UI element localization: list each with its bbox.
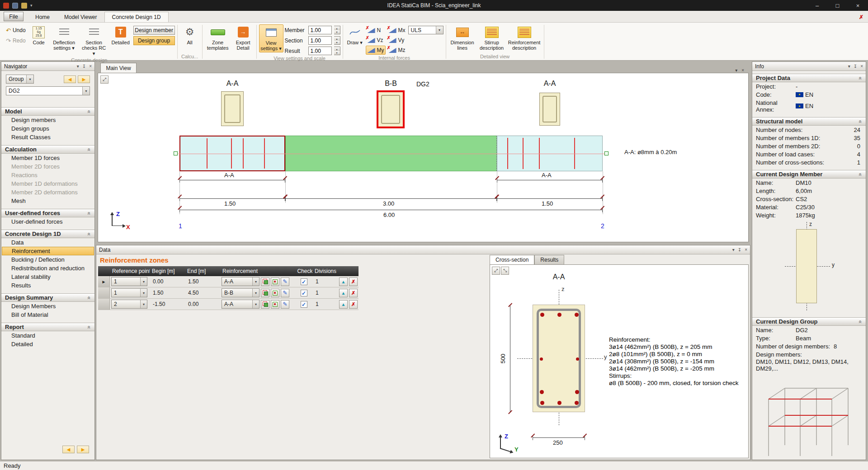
redo-button[interactable]: ↷ Redo bbox=[4, 36, 28, 45]
design-group-select[interactable]: DG2 ▾ bbox=[6, 86, 90, 95]
deflection-settings-button[interactable]: Deflection settings ▾ bbox=[50, 24, 79, 52]
code-button[interactable]: 1.15 Sg 25.8 Code bbox=[29, 24, 48, 46]
nav-item-mesh[interactable]: Mesh bbox=[1, 197, 94, 205]
export-detail-button[interactable]: → Export Detail bbox=[232, 24, 254, 52]
panel-close-icon[interactable]: × bbox=[745, 247, 747, 252]
draw-button[interactable]: Draw ▾ bbox=[345, 24, 364, 46]
qat-customize-caret-icon[interactable]: ▾ bbox=[30, 3, 33, 8]
reinforcement-description-button[interactable]: Reinforcement description bbox=[507, 24, 542, 52]
tab-cross-section[interactable]: Cross-section bbox=[490, 255, 534, 264]
result-scale-input[interactable] bbox=[308, 47, 332, 55]
edit-reinforcement-button[interactable]: ✎ bbox=[281, 277, 289, 286]
edit-reinforcement-button[interactable]: ✎ bbox=[281, 300, 289, 309]
minimize-button[interactable]: – bbox=[807, 0, 827, 11]
panel-pin-icon[interactable]: ↧ bbox=[854, 64, 857, 69]
calculate-all-button[interactable]: ⚙ All bbox=[180, 24, 200, 46]
panel-menu-icon[interactable]: ▾ bbox=[735, 68, 737, 73]
tab-model-viewer[interactable]: Model Viewer bbox=[57, 12, 104, 22]
combo-caret-icon[interactable]: ▾ bbox=[252, 277, 259, 286]
begin-value[interactable]: 1.50 bbox=[150, 290, 185, 296]
force-toggle-vy[interactable]: ✗ Vy bbox=[387, 36, 407, 45]
nav-item-data[interactable]: Data bbox=[1, 238, 94, 247]
combo-caret-icon[interactable]: ▾ bbox=[82, 87, 90, 95]
begin-value[interactable]: 0.00 bbox=[150, 278, 185, 285]
copy-reinforcement-button[interactable] bbox=[261, 289, 269, 297]
divisions-value[interactable]: 1 bbox=[312, 278, 338, 285]
zoom-extents-icon[interactable]: ⤢ bbox=[492, 267, 500, 275]
force-toggle-mx[interactable]: ✗ Mx bbox=[387, 26, 407, 35]
divisions-value[interactable]: 1 bbox=[312, 301, 338, 307]
combination-select[interactable]: ULS ▾ bbox=[408, 26, 443, 34]
tab-home[interactable]: Home bbox=[28, 12, 57, 22]
copy-reinforcement-button[interactable] bbox=[261, 277, 269, 286]
previous-member-button[interactable]: ◀ bbox=[62, 446, 75, 453]
detailed-check-button[interactable]: T Detailed bbox=[109, 24, 132, 46]
zone-templates-button[interactable]: Zone templates bbox=[205, 24, 231, 52]
nav-section-calculation[interactable]: Calculation« bbox=[1, 145, 94, 154]
combo-caret-icon[interactable]: ▾ bbox=[252, 300, 259, 308]
delete-zone-button[interactable]: ✗ bbox=[349, 300, 358, 309]
new-reinforcement-button[interactable] bbox=[271, 300, 279, 309]
combo-caret-icon[interactable]: ▾ bbox=[252, 289, 259, 297]
insert-zone-button[interactable]: ▲ bbox=[339, 277, 348, 286]
combo-caret-icon[interactable]: ▾ bbox=[26, 75, 33, 83]
nav-item-design-members-summary[interactable]: Design Members bbox=[1, 302, 94, 310]
stirrup-description-button[interactable]: Stirrup description bbox=[478, 24, 506, 52]
reinforcement-select[interactable]: B-B▾ bbox=[222, 288, 259, 297]
design-member-button[interactable]: Design member bbox=[133, 26, 175, 35]
dimension-lines-button[interactable]: ↔ Dimension lines bbox=[448, 24, 476, 52]
reinforcement-select[interactable]: A-A▾ bbox=[222, 277, 259, 286]
result-scale-stepper[interactable]: ▴▾ bbox=[334, 47, 340, 55]
nav-item-results[interactable]: Results bbox=[1, 281, 94, 290]
section-scale-stepper[interactable]: ▴▾ bbox=[334, 36, 340, 45]
maximize-button[interactable]: □ bbox=[827, 0, 848, 11]
row-selector[interactable] bbox=[98, 287, 110, 298]
row-selector[interactable] bbox=[98, 299, 110, 310]
panel-menu-icon[interactable]: ▾ bbox=[848, 64, 850, 69]
info-section-current-design-group[interactable]: Current Design Group« bbox=[752, 317, 866, 326]
combo-caret-icon[interactable]: ▾ bbox=[140, 300, 147, 308]
info-section-project-data[interactable]: Project Data« bbox=[752, 74, 866, 82]
end-value[interactable]: 0.00 bbox=[185, 301, 220, 307]
section-checks-rc-button[interactable]: Section checks RC ▾ bbox=[80, 24, 108, 57]
nav-item-user-defined-forces[interactable]: User-defined forces bbox=[1, 217, 94, 226]
save-icon[interactable] bbox=[12, 3, 18, 9]
nav-section-design-summary[interactable]: Design Summary« bbox=[1, 293, 94, 302]
new-reinforcement-button[interactable] bbox=[271, 289, 279, 297]
new-reinforcement-button[interactable] bbox=[271, 277, 279, 286]
zoom-extents-icon[interactable]: ⤢ bbox=[100, 75, 108, 84]
check-checkbox[interactable]: ✓ bbox=[301, 278, 307, 285]
previous-group-button[interactable]: ◀ bbox=[64, 75, 76, 83]
panel-close-icon[interactable]: × bbox=[89, 64, 92, 69]
combo-caret-icon[interactable]: ▾ bbox=[436, 26, 443, 34]
tab-concrete-design-1d[interactable]: Concrete Design 1D bbox=[104, 12, 169, 22]
close-document-icon[interactable]: ✗ bbox=[859, 14, 863, 20]
combo-caret-icon[interactable]: ▾ bbox=[140, 277, 147, 286]
section-preview-bb-selected[interactable] bbox=[377, 90, 405, 128]
member-scale-stepper[interactable]: ▴▾ bbox=[334, 26, 340, 34]
nav-item-bill-of-material[interactable]: Bill of Material bbox=[1, 310, 94, 319]
force-toggle-vz[interactable]: ✗ Vz bbox=[366, 36, 386, 45]
end-value[interactable]: 1.50 bbox=[185, 278, 220, 285]
nav-item-reinforcement[interactable]: Reinforcement bbox=[2, 247, 94, 255]
open-icon[interactable] bbox=[21, 3, 27, 9]
nav-item-lateral-stability[interactable]: Lateral stability bbox=[1, 273, 94, 281]
panel-menu-icon[interactable]: ▾ bbox=[732, 247, 735, 252]
table-row[interactable]: ► 1▾ 0.00 1.50 A-A▾ ✎ ✓ 1 ▲ bbox=[98, 276, 359, 287]
design-group-button[interactable]: Design group bbox=[133, 36, 175, 45]
end-value[interactable]: 4.50 bbox=[185, 290, 220, 296]
info-section-current-design-member[interactable]: Current Design Member« bbox=[752, 170, 866, 179]
nav-section-model[interactable]: Model« bbox=[1, 107, 94, 116]
next-group-button[interactable]: ▶ bbox=[78, 75, 90, 83]
divisions-value[interactable]: 1 bbox=[312, 290, 338, 296]
delete-zone-button[interactable]: ✗ bbox=[349, 277, 358, 286]
group-mode-select[interactable]: Group ▾ bbox=[6, 75, 34, 84]
panel-pin-icon[interactable]: ↧ bbox=[738, 247, 741, 252]
copy-reinforcement-button[interactable] bbox=[261, 300, 269, 309]
next-member-button[interactable]: ▶ bbox=[77, 446, 89, 453]
insert-zone-button[interactable]: ▲ bbox=[339, 289, 348, 297]
table-row[interactable]: 2▾ -1.50 0.00 A-A▾ ✎ ✓ 1 ▲ bbox=[98, 299, 359, 310]
panel-close-icon[interactable]: × bbox=[741, 68, 744, 73]
begin-value[interactable]: -1.50 bbox=[150, 301, 185, 307]
panel-menu-icon[interactable]: ▾ bbox=[77, 64, 79, 69]
